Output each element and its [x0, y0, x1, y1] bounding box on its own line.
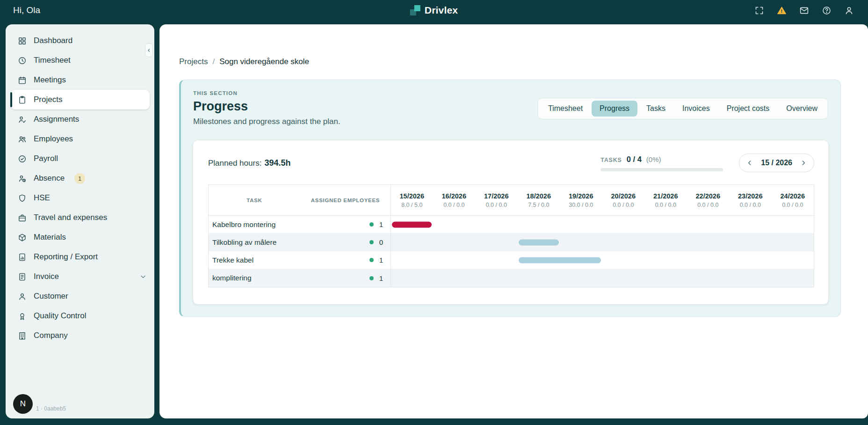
tab-tasks[interactable]: Tasks	[638, 101, 673, 117]
gantt-bar-blue	[519, 239, 558, 245]
section-tabs: TimesheetProgressTasksInvoicesProject co…	[537, 98, 828, 119]
sidebar-item-label: Dashboard	[34, 36, 72, 45]
sidebar-item-hse[interactable]: HSE	[6, 188, 154, 208]
sidebar-item-reporting-export[interactable]: Reporting / Export	[6, 247, 154, 267]
week-hours: 0.0 / 0.0	[486, 202, 507, 208]
tab-timesheet[interactable]: Timesheet	[540, 101, 591, 117]
fullscreen-icon[interactable]	[754, 6, 764, 15]
help-icon[interactable]	[822, 6, 832, 15]
week-label: 23/2026	[738, 192, 762, 200]
week-label: 20/2026	[611, 192, 636, 200]
week-hours: 0.0 / 0.0	[782, 202, 803, 208]
next-week-button[interactable]	[797, 156, 810, 169]
users-icon	[18, 135, 27, 144]
avatar[interactable]: N	[13, 394, 33, 414]
tasks-summary: TASKS 0 / 4 (0%)	[600, 155, 723, 171]
task-name: Trekke kabel	[212, 256, 253, 264]
week-label: 21/2026	[653, 192, 678, 200]
sidebar-item-dashboard[interactable]: Dashboard	[6, 31, 154, 51]
week-hours: 7.5 / 0.0	[528, 202, 549, 208]
sidebar-item-label: Timesheet	[34, 56, 71, 65]
check-circle-icon	[18, 154, 27, 163]
tab-progress[interactable]: Progress	[592, 101, 637, 117]
assigned-employees-cell: 1	[300, 216, 391, 234]
week-header-16-2026: 16/20260.0 / 0.0	[433, 185, 476, 216]
clipboard-icon	[18, 95, 27, 104]
sidebar-item-employees[interactable]: Employees	[6, 129, 154, 149]
user-clock-icon	[18, 174, 27, 183]
sidebar: DashboardTimesheetMeetingsProjectsAssign…	[6, 24, 154, 418]
main-content: Projects / Sogn videregående skole THIS …	[159, 24, 868, 418]
report-icon	[18, 253, 27, 262]
section-eyebrow: THIS SECTION	[193, 90, 340, 96]
sidebar-item-travel-and-expenses[interactable]: Travel and expenses	[6, 208, 154, 227]
panel-header: Planned hours:394.5h TASKS 0 / 4 (0%)	[208, 154, 814, 172]
briefcase-icon	[18, 213, 27, 222]
gantt-row-timeline	[391, 234, 814, 251]
sidebar-item-label: Meetings	[34, 75, 66, 85]
sidebar-item-quality-control[interactable]: Quality Control	[6, 306, 154, 326]
topbar: Hi, Ola Drivlex	[0, 0, 868, 21]
week-hours: 0.0 / 0.0	[443, 202, 464, 208]
sidebar-item-customer[interactable]: Customer	[6, 286, 154, 306]
sidebar-item-absence[interactable]: Absence1	[6, 169, 154, 188]
invoice-icon	[18, 272, 27, 281]
sidebar-item-label: Absence	[34, 174, 65, 183]
sidebar-item-timesheet[interactable]: Timesheet	[6, 51, 154, 70]
progress-section-card: THIS SECTION Progress Milestones and pro…	[179, 80, 841, 317]
gantt-bar-blue	[519, 257, 601, 263]
employee-status-dot-icon	[369, 222, 374, 227]
week-header-15-2026: 15/20268.0 / 5.0	[391, 185, 433, 216]
mail-icon[interactable]	[799, 6, 809, 15]
sidebar-item-assignments[interactable]: Assignments	[6, 110, 154, 129]
sidebar-item-materials[interactable]: Materials	[6, 227, 154, 247]
app-screen: Hi, Ola Drivlex DashboardTimesheetMeetin…	[0, 0, 868, 425]
section-title: Progress	[193, 99, 340, 114]
week-header-19-2026: 19/202630.0 / 0.0	[560, 185, 602, 216]
sidebar-collapse-button[interactable]	[145, 43, 153, 57]
chevron-right-icon	[800, 159, 807, 167]
shield-icon	[18, 194, 27, 203]
user-icon	[18, 292, 27, 301]
sidebar-item-projects[interactable]: Projects	[10, 90, 150, 110]
sidebar-item-label: Employees	[34, 134, 73, 144]
sidebar-nav: DashboardTimesheetMeetingsProjectsAssign…	[6, 24, 154, 345]
box-icon	[18, 233, 27, 242]
user-icon[interactable]	[844, 6, 854, 15]
sidebar-item-label: Assignments	[34, 115, 79, 124]
section-subtitle: Milestones and progress against the plan…	[193, 117, 340, 126]
drivlex-logo-icon	[410, 5, 420, 15]
app-body: DashboardTimesheetMeetingsProjectsAssign…	[0, 21, 868, 418]
prev-week-button[interactable]	[743, 156, 756, 169]
sidebar-item-label: Materials	[34, 233, 66, 242]
week-navigator: 15 / 2026	[739, 154, 814, 172]
sidebar-item-meetings[interactable]: Meetings	[6, 70, 154, 90]
week-label: 17/2026	[484, 192, 508, 200]
chevron-left-icon	[746, 159, 753, 167]
sidebar-item-payroll[interactable]: Payroll	[6, 149, 154, 169]
week-header-20-2026: 20/20260.0 / 0.0	[602, 185, 645, 216]
sidebar-item-invoice[interactable]: Invoice	[6, 267, 154, 286]
assigned-count: 0	[379, 238, 383, 246]
week-hours: 0.0 / 0.0	[655, 202, 676, 208]
progress-panel: Planned hours:394.5h TASKS 0 / 4 (0%)	[193, 140, 828, 304]
task-name: komplitering	[212, 274, 252, 282]
tasks-percent: (0%)	[646, 155, 661, 163]
sidebar-item-label: Customer	[34, 292, 68, 301]
task-row-trekke-kabel: Trekke kabel	[209, 251, 300, 269]
tab-invoices[interactable]: Invoices	[674, 101, 718, 117]
sidebar-item-company[interactable]: Company	[6, 326, 154, 345]
brand: Drivlex	[410, 5, 458, 16]
assigned-header-label: ASSIGNED EMPLOYEES	[311, 198, 380, 203]
sidebar-item-label: Projects	[34, 95, 62, 104]
breadcrumb-projects-link[interactable]: Projects	[179, 57, 208, 66]
week-header-21-2026: 21/20260.0 / 0.0	[644, 185, 687, 216]
assigned-employees-column-header: ASSIGNED EMPLOYEES	[300, 185, 391, 216]
chevron-left-icon	[146, 48, 152, 53]
warning-icon[interactable]	[777, 6, 787, 15]
week-hours: 8.0 / 5.0	[401, 202, 422, 208]
gantt-table: TASKASSIGNED EMPLOYEES15/20268.0 / 5.016…	[208, 184, 814, 287]
week-header-24-2026: 24/20260.0 / 0.0	[772, 185, 814, 216]
tab-overview[interactable]: Overview	[778, 101, 825, 117]
tab-project-costs[interactable]: Project costs	[719, 101, 778, 117]
